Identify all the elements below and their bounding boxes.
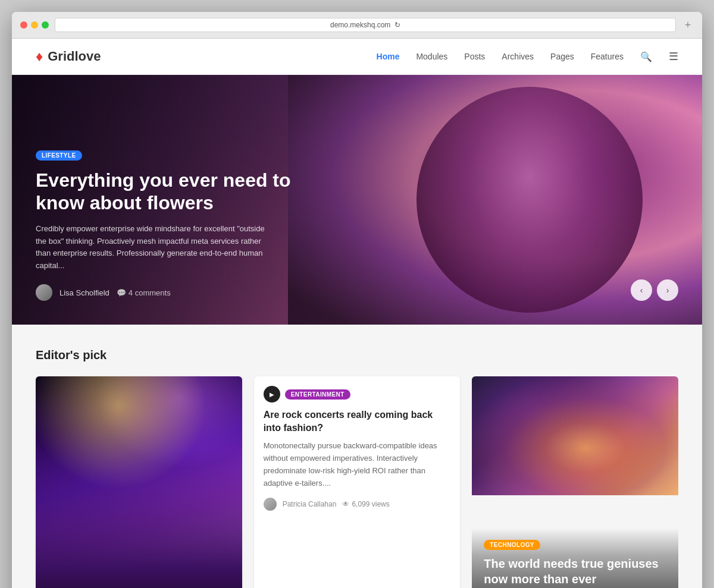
card-geniuses-title: The world needs true geniuses now more t…: [484, 556, 666, 587]
eye-icon: 👁: [342, 500, 349, 508]
search-icon[interactable]: 🔍: [640, 51, 652, 62]
tag-technology-geniuses[interactable]: TECHNOLOGY: [484, 540, 540, 550]
nav-item-pages[interactable]: Pages: [550, 52, 574, 61]
url-text: demo.mekshq.com: [330, 21, 390, 29]
site-header: ♦ Gridlove Home Modules Posts Archives P…: [12, 39, 702, 75]
hero-author-avatar: [36, 284, 52, 301]
card-rock-concerts-author[interactable]: Patricia Callahan: [283, 500, 337, 508]
comment-icon: 💬: [117, 288, 126, 297]
card-rock-concerts-excerpt: Monotonectally pursue backward-compatibl…: [264, 440, 451, 489]
card-rock-concerts-tags: ▶ ENTERTAINMENT: [264, 386, 451, 403]
address-bar[interactable]: demo.mekshq.com ↻: [55, 18, 676, 32]
card-rock-concerts-body: ▶ ENTERTAINMENT Are rock concerts really…: [254, 376, 461, 520]
hero-content: LIFESTYLE Everything you ever need to kn…: [12, 149, 321, 325]
nav-item-home[interactable]: Home: [377, 52, 400, 61]
concert-image: [36, 376, 242, 588]
refresh-icon[interactable]: ↻: [394, 21, 400, 29]
card-rock-concerts[interactable]: ▶ ENTERTAINMENT Are rock concerts really…: [254, 376, 461, 588]
nav-item-modules[interactable]: Modules: [416, 52, 447, 61]
minimize-button[interactable]: [31, 21, 38, 29]
hero-nav-buttons: ‹ ›: [631, 279, 678, 301]
menu-icon[interactable]: ☰: [669, 50, 678, 63]
browser-chrome: demo.mekshq.com ↻ +: [12, 12, 702, 39]
einstein-overlay: [472, 376, 678, 495]
concert-lights: [36, 376, 242, 523]
traffic-lights: [20, 21, 49, 29]
hero-prev-button[interactable]: ‹: [631, 279, 652, 301]
hero-excerpt: Credibly empower enterprise wide mindsha…: [36, 223, 274, 272]
maximize-button[interactable]: [42, 21, 49, 29]
close-button[interactable]: [20, 21, 27, 29]
play-icon[interactable]: ▶: [264, 386, 280, 403]
card-geniuses-tags: TECHNOLOGY: [484, 540, 666, 550]
browser-window: demo.mekshq.com ↻ + ♦ Gridlove Home Modu…: [12, 12, 702, 588]
nav-item-posts[interactable]: Posts: [464, 52, 485, 61]
main-content: Editor's pick ▶ ENTERTAINMENT: [12, 325, 702, 588]
card-rock-concerts-meta: Patricia Callahan 👁 6,099 views: [264, 498, 451, 511]
editors-pick-title: Editor's pick: [36, 348, 678, 362]
hero-title: Everything you ever need to know about f…: [36, 169, 298, 215]
hero-section: LIFESTYLE Everything you ever need to kn…: [12, 75, 702, 325]
nav-item-features[interactable]: Features: [591, 52, 624, 61]
nav-item-archives[interactable]: Archives: [502, 52, 534, 61]
new-tab-button[interactable]: +: [682, 19, 694, 31]
site-wrapper: ♦ Gridlove Home Modules Posts Archives P…: [12, 39, 702, 588]
card-geniuses[interactable]: TECHNOLOGY The world needs true geniuses…: [472, 376, 678, 588]
card-rock-concerts-avatar: [264, 498, 277, 511]
card-geniuses-overlay: TECHNOLOGY The world needs true geniuses…: [472, 528, 678, 588]
hero-category-badge[interactable]: LIFESTYLE: [36, 150, 82, 161]
hero-meta: Lisa Scholfield 💬 4 comments: [36, 284, 298, 301]
einstein-image: [472, 376, 678, 495]
logo-icon: ♦: [36, 48, 43, 65]
card-concert[interactable]: [36, 376, 242, 588]
main-nav: Home Modules Posts Archives Pages Featur…: [377, 50, 678, 63]
card-rock-concerts-title: Are rock concerts really coming back int…: [264, 408, 451, 434]
hero-comments: 💬 4 comments: [117, 288, 171, 297]
card-rock-concerts-views: 👁 6,099 views: [342, 500, 389, 508]
tag-entertainment[interactable]: ENTERTAINMENT: [285, 389, 350, 400]
logo[interactable]: ♦ Gridlove: [36, 48, 101, 65]
hero-author-name[interactable]: Lisa Scholfield: [60, 288, 109, 297]
hero-next-button[interactable]: ›: [657, 279, 678, 301]
editors-pick-top-row: ▶ ENTERTAINMENT Are rock concerts really…: [36, 376, 678, 588]
logo-text: Gridlove: [48, 49, 101, 64]
